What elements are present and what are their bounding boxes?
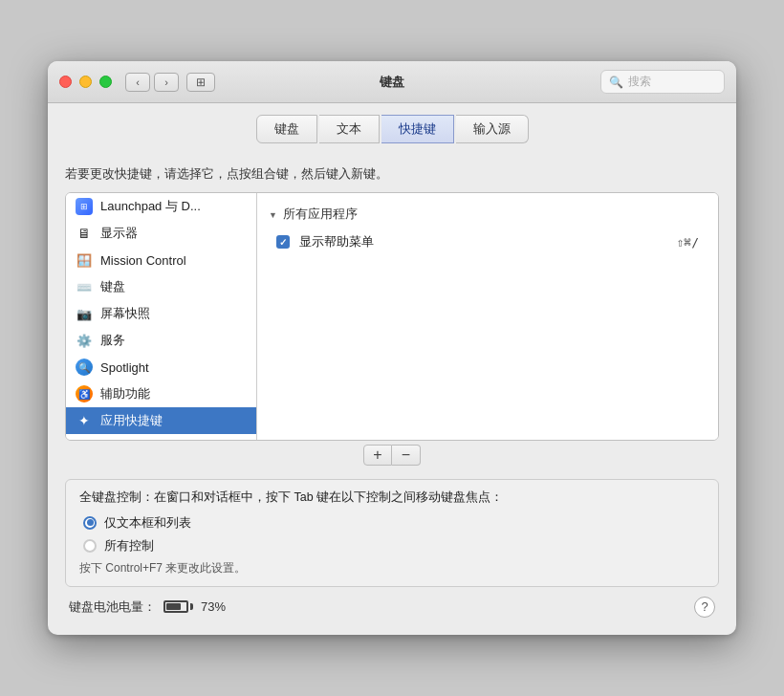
shortcut-row-help-menu: ✓ 显示帮助菜单 ⇧⌘/	[269, 228, 707, 255]
tab-text[interactable]: 文本	[319, 115, 380, 143]
spotlight-icon: 🔍	[76, 359, 93, 376]
screenshot-icon: 📷	[76, 305, 93, 322]
accessibility-icon: ♿	[76, 385, 93, 402]
radio-item-all-controls[interactable]: 所有控制	[83, 537, 705, 555]
battery-icon	[163, 600, 193, 613]
tab-input[interactable]: 输入源	[456, 115, 529, 143]
radio-inner-text-lists	[87, 519, 94, 526]
back-button[interactable]: ‹	[125, 73, 150, 92]
sidebar-label-keyboard: 键盘	[100, 278, 125, 295]
shortcut-keys-help-menu: ⇧⌘/	[677, 235, 699, 250]
close-button[interactable]	[59, 76, 72, 88]
sidebar-item-accessibility[interactable]: ♿ 辅助功能	[66, 381, 256, 407]
remove-shortcut-button[interactable]: −	[392, 445, 421, 466]
sidebar-label-mission: Mission Control	[100, 253, 186, 268]
battery-body	[163, 600, 188, 613]
sidebar-label-accessibility: 辅助功能	[100, 385, 150, 402]
battery-cap	[190, 603, 193, 610]
grid-button[interactable]: ⊞	[186, 73, 215, 92]
battery-fill	[166, 603, 181, 610]
section-header: ▼ 所有应用程序	[269, 203, 707, 228]
search-box[interactable]: 🔍 搜索	[600, 70, 725, 94]
mission-control-icon: 🪟	[76, 251, 93, 269]
window-title: 键盘	[380, 74, 404, 91]
radio-item-text-lists[interactable]: 仅文本框和列表	[83, 514, 705, 532]
sidebar-item-app-shortcuts[interactable]: ✦ 应用快捷键	[66, 407, 256, 434]
tab-shortcuts[interactable]: 快捷键	[381, 115, 454, 143]
check-icon: ✓	[279, 237, 287, 248]
search-placeholder: 搜索	[628, 74, 651, 90]
add-remove-bar: + −	[65, 441, 719, 475]
keyboard-icon: ⌨️	[76, 278, 93, 295]
tab-keyboard[interactable]: 键盘	[256, 115, 317, 143]
radio-group: 仅文本框和列表 所有控制	[79, 514, 705, 555]
app-shortcuts-icon: ✦	[76, 412, 93, 429]
keyboard-control-section: 全键盘控制：在窗口和对话框中，按下 Tab 键在以下控制之间移动键盘焦点： 仅文…	[65, 479, 719, 587]
forward-button[interactable]: ›	[154, 73, 179, 92]
battery-level: 73%	[201, 599, 226, 614]
radio-outer-all-controls	[83, 539, 97, 553]
keyboard-hint: 按下 Control+F7 来更改此设置。	[79, 560, 705, 576]
sidebar-label-display: 显示器	[100, 225, 138, 242]
keyboard-control-title: 全键盘控制：在窗口和对话框中，按下 Tab 键在以下控制之间移动键盘焦点：	[79, 489, 705, 507]
sidebar-label-spotlight: Spotlight	[100, 360, 149, 375]
shortcut-label-help-menu: 显示帮助菜单	[299, 233, 667, 250]
battery-info: 键盘电池电量： 73%	[69, 598, 226, 616]
radio-label-all-controls: 所有控制	[104, 537, 154, 555]
display-icon: 🖥	[76, 225, 93, 242]
radio-label-text-lists: 仅文本框和列表	[104, 514, 191, 532]
expand-triangle-icon: ▼	[269, 210, 277, 220]
sidebar-list: ⊞ Launchpad 与 D... 🖥 显示器 🪟 Mission Contr…	[66, 193, 257, 440]
battery-section: 键盘电池电量： 73% ?	[65, 587, 719, 621]
main-window: ‹ › ⊞ 键盘 🔍 搜索 键盘 文本 快捷键 输入源 若要更改快捷键，请选择它…	[48, 61, 736, 635]
section-header-label: 所有应用程序	[283, 207, 358, 223]
sidebar-item-launchpad[interactable]: ⊞ Launchpad 与 D...	[66, 193, 256, 220]
minimize-button[interactable]	[79, 76, 92, 88]
sidebar-item-services[interactable]: ⚙️ 服务	[66, 327, 256, 354]
main-panel: ⊞ Launchpad 与 D... 🖥 显示器 🪟 Mission Contr…	[65, 192, 719, 441]
services-icon: ⚙️	[76, 332, 93, 349]
search-icon: 🔍	[609, 76, 623, 89]
maximize-button[interactable]	[99, 76, 112, 88]
sidebar-item-screenshot[interactable]: 📷 屏幕快照	[66, 300, 256, 327]
sidebar-label-services: 服务	[100, 332, 125, 349]
sidebar-item-keyboard[interactable]: ⌨️ 键盘	[66, 273, 256, 300]
sidebar-label-launchpad: Launchpad 与 D...	[100, 198, 201, 215]
tabs-bar: 键盘 文本 快捷键 输入源	[48, 103, 736, 153]
sidebar-label-app-shortcuts: 应用快捷键	[100, 412, 163, 429]
radio-outer-text-lists	[83, 516, 97, 530]
sidebar-item-display[interactable]: 🖥 显示器	[66, 220, 256, 247]
right-panel: ▼ 所有应用程序 ✓ 显示帮助菜单 ⇧⌘/	[257, 193, 718, 440]
launchpad-icon: ⊞	[76, 198, 93, 215]
titlebar: ‹ › ⊞ 键盘 🔍 搜索	[48, 61, 736, 103]
sidebar-item-mission[interactable]: 🪟 Mission Control	[66, 247, 256, 273]
traffic-lights	[59, 76, 112, 88]
sidebar-label-screenshot: 屏幕快照	[100, 305, 150, 322]
content-area: 若要更改快捷键，请选择它，点按组合键，然后键入新键。 ⊞ Launchpad 与…	[48, 153, 736, 635]
help-button[interactable]: ?	[694, 597, 715, 618]
shortcut-checkbox-help-menu[interactable]: ✓	[276, 235, 290, 249]
nav-buttons: ‹ ›	[125, 73, 179, 92]
instruction-text: 若要更改快捷键，请选择它，点按组合键，然后键入新键。	[65, 166, 719, 183]
sidebar-item-spotlight[interactable]: 🔍 Spotlight	[66, 354, 256, 381]
add-shortcut-button[interactable]: +	[363, 445, 392, 466]
battery-label: 键盘电池电量：	[69, 598, 156, 616]
